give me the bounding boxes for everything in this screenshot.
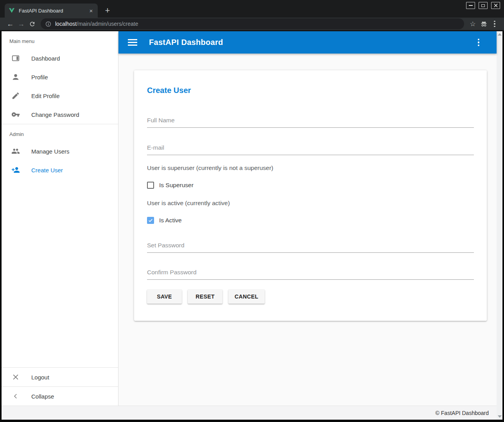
sidebar-item-dashboard[interactable]: Dashboard bbox=[2, 49, 118, 68]
full-name-input[interactable] bbox=[147, 117, 474, 128]
sidebar-item-label: Change Password bbox=[31, 111, 79, 118]
sidebar-item-label: Logout bbox=[31, 374, 49, 381]
sidebar-item-label: Collapse bbox=[31, 393, 54, 400]
pencil-icon bbox=[11, 91, 20, 100]
cancel-button[interactable]: CANCEL bbox=[228, 290, 265, 304]
reset-button[interactable]: RESET bbox=[188, 290, 222, 304]
back-button[interactable]: ← bbox=[5, 18, 16, 29]
key-icon bbox=[11, 110, 20, 119]
close-icon bbox=[494, 4, 498, 7]
kebab-icon bbox=[494, 21, 495, 27]
vue-logo-icon bbox=[9, 7, 15, 14]
person-icon bbox=[11, 73, 20, 81]
sidebar-item-label: Profile bbox=[31, 74, 48, 80]
vertical-scrollbar[interactable] bbox=[497, 31, 502, 420]
confirm-password-field-wrap bbox=[147, 269, 474, 280]
sidebar-bottom: Logout Collapse bbox=[2, 367, 118, 406]
logout-x-icon bbox=[11, 373, 20, 381]
reload-button[interactable] bbox=[27, 18, 38, 29]
app-bar: FastAPI Dashboard bbox=[118, 31, 497, 54]
url-path: /main/admin/users/create bbox=[77, 21, 138, 27]
is-superuser-label[interactable]: Is Superuser bbox=[159, 182, 194, 189]
save-button[interactable]: SAVE bbox=[147, 290, 182, 304]
minimize-button[interactable] bbox=[466, 2, 475, 9]
sidebar-item-label: Manage Users bbox=[31, 148, 70, 155]
email-field-wrap bbox=[147, 144, 474, 155]
sidebar-item-edit-profile[interactable]: Edit Profile bbox=[2, 86, 118, 105]
person-add-icon bbox=[11, 166, 20, 174]
active-checkbox-row: Is Active bbox=[147, 217, 474, 224]
dashboard-icon bbox=[11, 54, 20, 63]
reload-icon bbox=[29, 21, 36, 27]
sidebar: Main menu Dashboard bbox=[2, 31, 118, 406]
maximize-button[interactable] bbox=[479, 2, 488, 9]
address-bar[interactable]: localhost/main/admin/users/create bbox=[41, 18, 464, 29]
appbar-title: FastAPI Dashboard bbox=[149, 38, 223, 47]
people-icon bbox=[11, 147, 20, 156]
page-footer: © FastAPI Dashboard bbox=[2, 406, 502, 420]
superuser-checkbox-row: Is Superuser bbox=[147, 182, 474, 189]
close-window-button[interactable] bbox=[491, 2, 500, 9]
checkmark-icon bbox=[148, 218, 153, 223]
sidebar-item-collapse[interactable]: Collapse bbox=[2, 387, 118, 406]
browser-tab[interactable]: FastAPI Dashboard × bbox=[5, 4, 98, 18]
browser-toolbar: ← → localhost/main/admin/users/create ☆ bbox=[0, 18, 504, 31]
sidebar-item-label: Create User bbox=[31, 167, 63, 173]
sidebar-item-create-user[interactable]: Create User bbox=[2, 161, 118, 179]
sidebar-item-change-password[interactable]: Change Password bbox=[2, 105, 118, 124]
browser-window: FastAPI Dashboard × + ← → bbox=[0, 0, 504, 422]
email-input[interactable] bbox=[147, 144, 474, 155]
new-tab-button[interactable]: + bbox=[102, 5, 113, 16]
hamburger-menu-icon[interactable] bbox=[128, 39, 137, 46]
content-area: Create User User is superuser (currently… bbox=[118, 54, 497, 406]
admin-section-label: Admin bbox=[2, 124, 118, 142]
full-name-field-wrap bbox=[147, 117, 474, 128]
main-area: FastAPI Dashboard Create User User is su… bbox=[118, 31, 497, 406]
scroll-down-icon[interactable] bbox=[498, 415, 502, 418]
tab-close-icon[interactable]: × bbox=[88, 7, 95, 14]
is-active-checkbox[interactable] bbox=[147, 217, 154, 224]
sidebar-item-manage-users[interactable]: Manage Users bbox=[2, 142, 118, 161]
maximize-icon bbox=[481, 4, 485, 7]
scroll-up-icon[interactable] bbox=[498, 33, 502, 36]
form-title: Create User bbox=[147, 86, 474, 95]
tab-strip: FastAPI Dashboard × + bbox=[0, 0, 504, 18]
page: Main menu Dashboard bbox=[2, 31, 502, 420]
create-user-card: Create User User is superuser (currently… bbox=[134, 70, 487, 321]
sidebar-item-label: Dashboard bbox=[31, 55, 60, 62]
window-controls bbox=[466, 2, 500, 9]
copyright-text: © FastAPI Dashboard bbox=[436, 410, 489, 416]
active-hint: User is active (currently active) bbox=[147, 200, 474, 207]
sidebar-item-label: Edit Profile bbox=[31, 93, 60, 99]
url-host: localhost bbox=[55, 21, 77, 27]
tab-title: FastAPI Dashboard bbox=[19, 8, 88, 14]
bookmark-star-icon[interactable]: ☆ bbox=[467, 18, 478, 29]
main-menu-label: Main menu bbox=[2, 31, 118, 49]
sidebar-item-logout[interactable]: Logout bbox=[2, 368, 118, 386]
forward-button[interactable]: → bbox=[16, 18, 27, 29]
confirm-password-input[interactable] bbox=[147, 269, 474, 280]
incognito-icon bbox=[478, 18, 489, 29]
form-buttons: SAVE RESET CANCEL bbox=[147, 290, 474, 304]
set-password-field-wrap bbox=[147, 242, 474, 253]
site-info-icon[interactable] bbox=[45, 21, 51, 27]
set-password-input[interactable] bbox=[147, 242, 474, 253]
is-superuser-checkbox[interactable] bbox=[147, 182, 154, 189]
sidebar-item-profile[interactable]: Profile bbox=[2, 68, 118, 86]
browser-menu-button[interactable] bbox=[489, 18, 500, 29]
chevron-left-icon bbox=[11, 393, 20, 400]
is-active-label[interactable]: Is Active bbox=[159, 217, 182, 224]
appbar-menu-button[interactable] bbox=[478, 39, 480, 46]
superuser-hint: User is superuser (currently is not a su… bbox=[147, 165, 474, 172]
minimize-icon bbox=[469, 5, 473, 6]
